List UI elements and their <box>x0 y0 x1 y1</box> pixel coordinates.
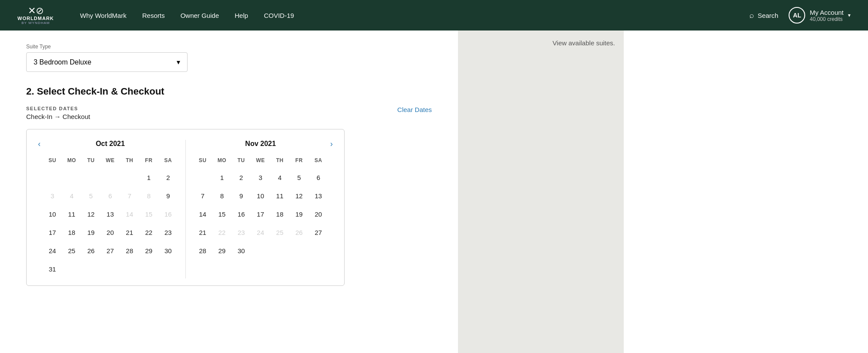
calendar-day[interactable]: 21 <box>120 224 139 241</box>
calendar-container: ‹ Oct 2021 SUMOTUWETHFRSA123456789101112… <box>26 129 345 286</box>
calendar-day[interactable]: 1 <box>213 169 231 186</box>
calendar-day[interactable]: 6 <box>309 169 328 186</box>
calendar-day[interactable]: 10 <box>43 205 62 223</box>
nav-right: ⌕ Search AL My Account 40,000 credits ▾ <box>749 7 851 24</box>
calendar-day-disabled: 26 <box>290 224 308 241</box>
calendar-day[interactable]: 2 <box>159 169 177 186</box>
calendar-day[interactable]: 7 <box>194 187 212 204</box>
calendar-day-disabled: 7 <box>120 187 139 204</box>
calendar-right-header: Nov 2021 › <box>193 140 329 148</box>
calendar-day-disabled: 14 <box>120 205 139 223</box>
next-month-button[interactable]: › <box>330 139 333 149</box>
calendar-day[interactable]: 28 <box>194 242 212 259</box>
logo-text: WORLDMARK <box>17 16 54 21</box>
calendar-day[interactable]: 30 <box>232 242 250 259</box>
calendar-day[interactable]: 19 <box>82 224 100 241</box>
avatar: AL <box>789 7 805 24</box>
calendar-day[interactable]: 13 <box>309 187 328 204</box>
account-name: My Account <box>810 9 844 16</box>
suite-dropdown-icon: ▾ <box>177 58 180 66</box>
calendar-day[interactable]: 20 <box>101 224 120 241</box>
account-section[interactable]: AL My Account 40,000 credits ▾ <box>789 7 851 24</box>
calendar-day[interactable]: 29 <box>140 242 158 259</box>
calendar-day[interactable]: 27 <box>309 224 328 241</box>
suite-select[interactable]: 3 Bedroom Deluxe ▾ <box>26 52 188 72</box>
calendar-day[interactable]: 11 <box>62 205 81 223</box>
calendar-day[interactable]: 9 <box>159 187 177 204</box>
calendar-empty-cell <box>194 169 212 186</box>
sidebar-right: View available suites. <box>458 31 624 353</box>
calendar-empty-cell <box>120 169 139 186</box>
calendar-day[interactable]: 30 <box>159 242 177 259</box>
suite-type-section: Suite Type 3 Bedroom Deluxe ▾ <box>26 44 432 72</box>
calendar-day[interactable]: 12 <box>290 187 308 204</box>
day-header: SA <box>159 156 177 168</box>
nav-link-resorts[interactable]: Resorts <box>142 12 165 19</box>
calendar-empty-cell <box>62 169 81 186</box>
calendar-day[interactable]: 10 <box>251 187 270 204</box>
suite-type-label: Suite Type <box>26 44 432 50</box>
calendar-day[interactable]: 16 <box>232 205 250 223</box>
section-heading: 2. Select Check-In & Checkout <box>26 86 432 97</box>
day-header: SU <box>194 156 212 168</box>
calendar-day[interactable]: 14 <box>194 205 212 223</box>
search-button[interactable]: ⌕ Search <box>749 11 779 20</box>
calendar-day[interactable]: 11 <box>270 187 289 204</box>
calendar-day[interactable]: 5 <box>290 169 308 186</box>
calendar-empty-cell <box>82 169 100 186</box>
calendar-day[interactable]: 1 <box>140 169 158 186</box>
content-area: Suite Type 3 Bedroom Deluxe ▾ 2. Select … <box>0 31 458 353</box>
calendar-day[interactable]: 13 <box>101 205 120 223</box>
prev-month-button[interactable]: ‹ <box>38 139 41 149</box>
calendar-day-disabled: 8 <box>140 187 158 204</box>
day-header: FR <box>290 156 308 168</box>
calendar-day[interactable]: 23 <box>159 224 177 241</box>
calendar-day[interactable]: 28 <box>120 242 139 259</box>
suite-value: 3 Bedroom Deluxe <box>34 58 92 66</box>
logo: ✕⊘ WORLDMARK BY WYNDHAM <box>17 6 54 25</box>
nav-link-help[interactable]: Help <box>235 12 248 19</box>
calendars-row: ‹ Oct 2021 SUMOTUWETHFRSA123456789101112… <box>35 140 335 278</box>
calendar-day[interactable]: 3 <box>251 169 270 186</box>
calendar-left: ‹ Oct 2021 SUMOTUWETHFRSA123456789101112… <box>35 140 185 278</box>
calendar-day[interactable]: 25 <box>62 242 81 259</box>
clear-dates-button[interactable]: Clear Dates <box>397 106 432 113</box>
day-header: TH <box>270 156 289 168</box>
calendar-day[interactable]: 27 <box>101 242 120 259</box>
calendar-day[interactable]: 9 <box>232 187 250 204</box>
calendar-day[interactable]: 24 <box>43 242 62 259</box>
nav-link-why-worldmark[interactable]: Why WorldMark <box>80 12 126 19</box>
calendar-day[interactable]: 18 <box>62 224 81 241</box>
calendar-day-disabled: 5 <box>82 187 100 204</box>
calendar-empty-cell <box>270 242 289 259</box>
selected-dates-row: SELECTED DATES Check-In → Checkout Clear… <box>26 106 432 120</box>
calendar-day-disabled: 15 <box>140 205 158 223</box>
calendar-day[interactable]: 29 <box>213 242 231 259</box>
calendar-day[interactable]: 21 <box>194 224 212 241</box>
calendar-day[interactable]: 18 <box>270 205 289 223</box>
day-header: SA <box>309 156 328 168</box>
logo-icon: ✕⊘ <box>28 6 44 16</box>
calendar-day[interactable]: 31 <box>43 260 62 278</box>
calendar-day[interactable]: 17 <box>43 224 62 241</box>
calendar-day[interactable]: 26 <box>82 242 100 259</box>
calendar-day[interactable]: 20 <box>309 205 328 223</box>
calendar-day[interactable]: 17 <box>251 205 270 223</box>
calendar-day[interactable]: 8 <box>213 187 231 204</box>
chevron-down-icon: ▾ <box>848 12 851 18</box>
calendar-day[interactable]: 4 <box>270 169 289 186</box>
calendar-right: Nov 2021 › SUMOTUWETHFRSA123456789101112… <box>185 140 336 278</box>
calendar-left-title: Oct 2021 <box>96 140 125 148</box>
calendar-day[interactable]: 15 <box>213 205 231 223</box>
calendar-day[interactable]: 2 <box>232 169 250 186</box>
calendar-day[interactable]: 12 <box>82 205 100 223</box>
nav-link-owner-guide[interactable]: Owner Guide <box>181 12 219 19</box>
day-header: TH <box>120 156 139 168</box>
calendar-empty-cell <box>159 260 177 278</box>
calendar-day[interactable]: 19 <box>290 205 308 223</box>
calendar-day[interactable]: 22 <box>140 224 158 241</box>
calendar-empty-cell <box>43 169 62 186</box>
nav-link-covid-19[interactable]: COVID-19 <box>264 12 294 19</box>
calendar-empty-cell <box>251 242 270 259</box>
calendar-left-grid: SUMOTUWETHFRSA12345678910111213141516171… <box>42 155 178 278</box>
